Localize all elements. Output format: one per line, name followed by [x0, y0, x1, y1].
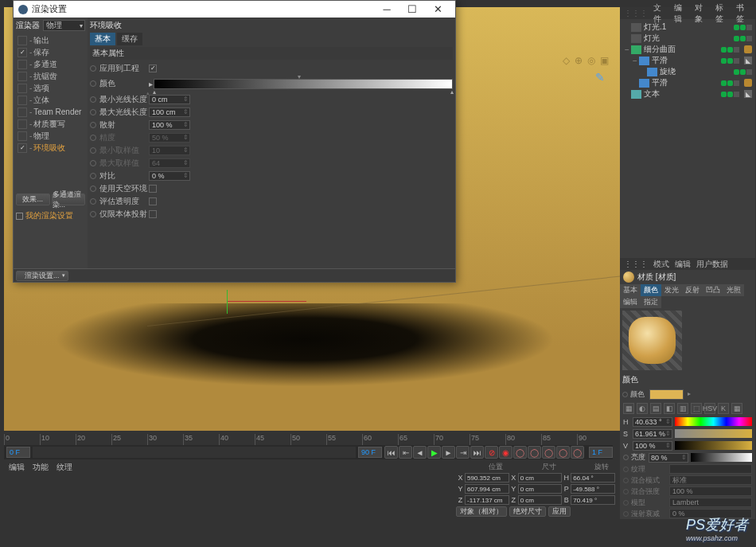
render-setting-item[interactable]: -物理 — [16, 130, 85, 142]
item-checkbox[interactable] — [18, 72, 27, 81]
render-setting-item[interactable]: -抗锯齿 — [16, 70, 85, 82]
object-tree-item[interactable]: 旋绕 — [623, 66, 752, 77]
attr-tab[interactable]: 基本 — [620, 284, 641, 296]
item-checkbox[interactable]: ✓ — [18, 143, 27, 153]
bm-func[interactable]: 功能 — [33, 462, 49, 473]
bm-tex[interactable]: 纹理 — [57, 462, 72, 473]
attr-tab[interactable]: 颜色 — [641, 284, 661, 296]
maximize-button[interactable]: ☐ — [399, 1, 425, 18]
picker-icon[interactable]: ▦ — [731, 403, 742, 414]
object-tree-item[interactable]: 灯光.1 — [623, 21, 752, 33]
timeline-marker[interactable]: 1 F — [589, 447, 613, 458]
next-key-button[interactable]: ⇥ — [456, 446, 470, 459]
bm-edit[interactable]: 编辑 — [9, 462, 25, 473]
color-gradient[interactable]: ▴▴ — [154, 79, 453, 89]
object-tree[interactable]: 灯光.1灯光−细分曲面−平滑◣旋绕平滑文本◣ — [620, 19, 755, 102]
render-setting-item[interactable]: -Team Render — [16, 106, 85, 118]
effects-button[interactable]: 效果... — [16, 193, 50, 205]
multipass-button[interactable]: 多通道渲染... — [52, 193, 86, 205]
picker-icon[interactable]: ▦ — [623, 403, 634, 414]
key-pla-button[interactable]: ◯ — [571, 446, 584, 459]
attr-tab[interactable]: 光照 — [723, 284, 744, 296]
object-tree-item[interactable]: 文本◣ — [623, 88, 752, 100]
render-setting-item[interactable]: -输出 — [16, 34, 85, 46]
coord-size-input[interactable]: 0 cm — [518, 484, 563, 494]
coord-rot-input[interactable]: 70.419 ° — [571, 495, 615, 505]
coords-apply-button[interactable]: 应用 — [548, 506, 571, 517]
render-setting-item[interactable]: ✓-环境吸收 — [16, 142, 85, 154]
picker-icon[interactable]: ◧ — [664, 403, 675, 414]
key-pos-button[interactable]: ◯ — [513, 446, 527, 459]
picker-icon[interactable]: ⬚ — [691, 403, 702, 414]
dispersion-input[interactable]: 100 % — [149, 120, 190, 130]
timeline-ruler[interactable]: 010202530354045505560657075808590 — [4, 434, 613, 445]
object-tree-item[interactable]: 灯光 — [623, 33, 752, 44]
close-button[interactable]: ✕ — [425, 1, 450, 18]
prev-key-button[interactable]: ⇤ — [399, 446, 412, 459]
record-button[interactable]: ⊘ — [485, 446, 498, 459]
dialog-tab[interactable]: 缓存 — [117, 33, 142, 45]
sat-slider[interactable] — [675, 429, 752, 438]
item-checkbox[interactable] — [18, 107, 27, 117]
coords-mode-select[interactable]: 对象（相对） — [456, 506, 507, 517]
next-frame-button[interactable]: ► — [442, 446, 455, 459]
render-settings-button[interactable]: 渲染设置... — [16, 271, 68, 281]
attr-param-input[interactable]: Lambert — [669, 498, 752, 507]
render-setting-item[interactable]: -材质覆写 — [16, 118, 85, 130]
render-setting-item[interactable]: ✓-保存 — [16, 46, 85, 58]
om-menu-bookmark[interactable]: 书签 — [736, 2, 751, 25]
attr-param-input[interactable]: 100 % — [669, 486, 752, 496]
attr-menu-mode[interactable]: 模式 — [653, 259, 669, 270]
play-button[interactable]: ▶ — [427, 446, 441, 459]
my-render-settings[interactable]: 我的渲染设置 — [16, 210, 85, 221]
prev-frame-button[interactable]: ◄ — [413, 446, 427, 459]
timeline-end[interactable]: 90 F — [358, 447, 382, 458]
material-tag[interactable] — [744, 45, 752, 53]
sat-input[interactable]: 61.961 % — [633, 429, 672, 439]
timeline-track[interactable] — [33, 447, 356, 458]
val-input[interactable]: 100 % — [633, 441, 672, 451]
minimize-button[interactable]: ─ — [374, 1, 399, 18]
brightness-slider[interactable] — [691, 453, 752, 462]
key-rot-button[interactable]: ◯ — [542, 446, 555, 459]
key-scale-button[interactable]: ◯ — [528, 446, 541, 459]
item-checkbox[interactable] — [18, 60, 27, 69]
panel-handle-icon[interactable]: ⋮⋮⋮ — [624, 9, 648, 18]
object-tree-item[interactable]: −细分曲面 — [623, 44, 752, 55]
material-tag[interactable] — [744, 79, 752, 87]
picker-icon[interactable]: ◐ — [637, 403, 648, 414]
autokey-button[interactable]: ◉ — [499, 446, 512, 459]
apply-checkbox[interactable]: ✓ — [149, 64, 157, 72]
render-setting-item[interactable]: -多通道 — [16, 58, 85, 70]
brightness-input[interactable]: 80 % — [649, 453, 688, 463]
hue-input[interactable]: 40.633 ° — [633, 417, 672, 427]
item-checkbox[interactable]: ✓ — [18, 48, 27, 57]
attr-param-input[interactable]: 标准 — [669, 475, 752, 485]
color-swatch[interactable] — [649, 389, 684, 400]
coord-pos-input[interactable]: 607.994 cm — [465, 484, 509, 494]
picker-icon[interactable]: HSV — [704, 403, 715, 414]
dialog-titlebar[interactable]: 渲染设置 ─ ☐ ✕ — [14, 1, 455, 18]
picker-icon[interactable]: K — [718, 403, 729, 414]
selfonly-checkbox[interactable] — [149, 210, 157, 218]
maxray-input[interactable]: 100 cm — [149, 107, 190, 117]
picker-icon[interactable]: ▥ — [677, 403, 688, 414]
attr-tab[interactable]: 发光 — [661, 284, 682, 296]
attr-menu-edit[interactable]: 编辑 — [675, 259, 691, 270]
attr-tab[interactable]: 指定 — [641, 296, 661, 308]
coord-size-input[interactable]: 0 cm — [518, 495, 563, 505]
item-checkbox[interactable] — [18, 96, 27, 105]
key-param-button[interactable]: ◯ — [556, 446, 570, 459]
goto-end-button[interactable]: ⏭ — [470, 446, 484, 459]
picker-icon[interactable]: ▤ — [650, 403, 661, 414]
dialog-tab[interactable]: 基本 — [90, 33, 115, 45]
contrast-input[interactable]: 0 % — [149, 171, 190, 181]
item-checkbox[interactable] — [18, 119, 27, 129]
timeline-start[interactable]: 0 F — [6, 447, 30, 458]
panel-handle-icon[interactable]: ⋮⋮⋮ — [624, 260, 648, 268]
attr-tab[interactable]: 反射 — [682, 284, 703, 296]
attr-menu-userdata[interactable]: 用户数据 — [696, 259, 728, 270]
phong-tag[interactable]: ◣ — [744, 90, 752, 98]
coord-pos-input[interactable]: -117.137 cm — [465, 495, 509, 505]
attr-tab[interactable]: 凹凸 — [703, 284, 723, 296]
